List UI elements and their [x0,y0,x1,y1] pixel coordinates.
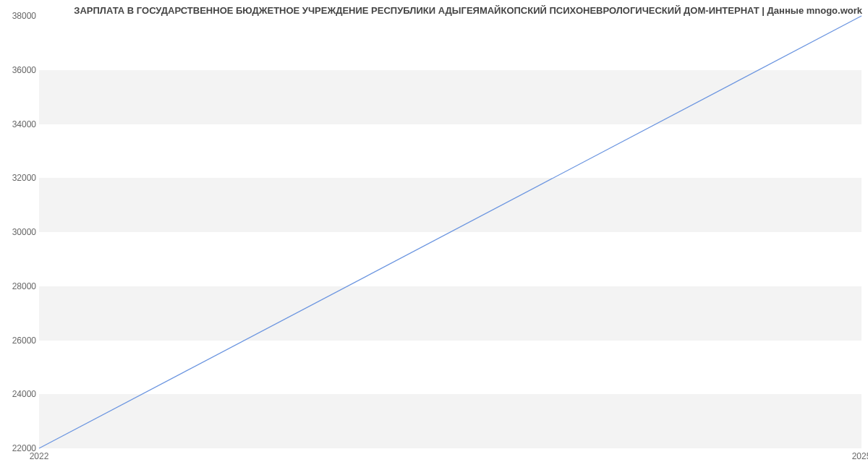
y-tick-label: 38000 [4,11,36,21]
x-tick-label: 2025 [852,451,868,461]
x-tick-label: 2022 [30,451,49,461]
chart-line-svg [39,16,861,448]
y-tick-label: 34000 [4,119,36,129]
y-tick-label: 26000 [4,336,36,346]
plot-area [39,16,861,448]
data-line [39,16,861,448]
y-tick-label: 28000 [4,281,36,291]
y-tick-label: 24000 [4,389,36,399]
y-tick-label: 30000 [4,227,36,237]
y-tick-label: 36000 [4,65,36,75]
chart-title: ЗАРПЛАТА В ГОСУДАРСТВЕННОЕ БЮДЖЕТНОЕ УЧР… [0,5,862,16]
y-tick-label: 32000 [4,173,36,183]
